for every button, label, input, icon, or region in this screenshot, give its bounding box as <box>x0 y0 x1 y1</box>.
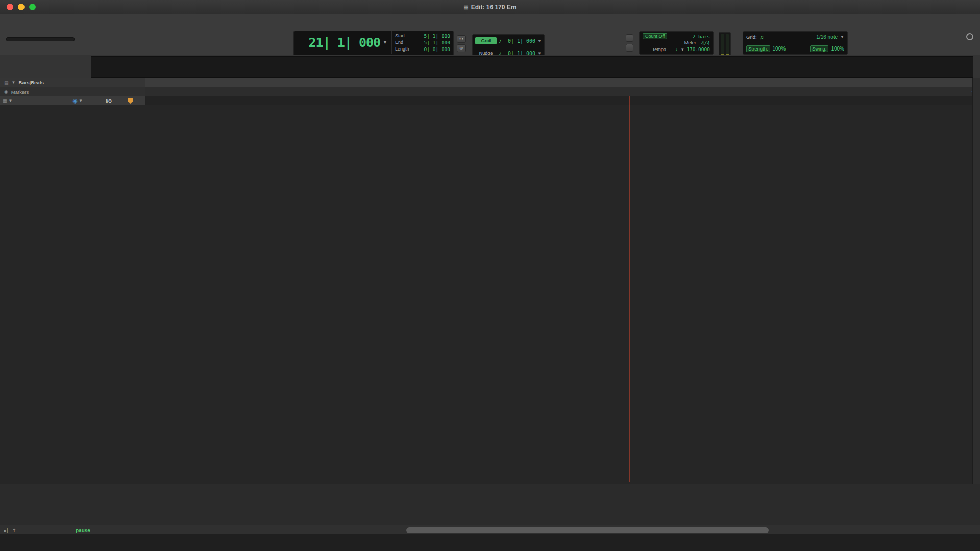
length-value[interactable]: 0| 0| 000 <box>424 46 450 53</box>
universe-overview[interactable] <box>91 56 973 78</box>
chevron-down-icon[interactable]: ▼ <box>9 98 13 103</box>
session-setup-panel: Count Off 2 bars Meter 4/4 Tempo ♩▼ 170.… <box>639 31 714 55</box>
pre-roll-button[interactable] <box>626 34 633 42</box>
target-icon[interactable]: ◎ <box>457 44 466 52</box>
end-value[interactable]: 5| 1| 000 <box>424 39 450 46</box>
edit-selection-display: Start5| 1| 000 End5| 1| 000 Length0| 0| … <box>391 31 453 54</box>
bottom-tab-bar <box>0 534 980 551</box>
tracks-area <box>0 105 980 484</box>
edit-mode-selector <box>6 37 75 41</box>
marker-ruler-icon[interactable]: ◉ <box>4 89 8 94</box>
markers-ruler-label[interactable]: Markers <box>11 89 29 95</box>
pro-tools-edit-window: ⊞Edit: 16 170 Em 21| 1| 000 ▼ Start5| 1|… <box>0 0 980 551</box>
chevron-down-icon[interactable]: ▼ <box>79 98 83 103</box>
track-list-header-row: ▦ ▼ ◉ ▼ I/O <box>0 96 980 105</box>
grid-settings-panel: Grid: ♬ 1/16 note ▼ Strength: 100% Swing… <box>743 31 848 55</box>
length-label: Length <box>395 46 409 53</box>
scroll-up-icon[interactable]: ↥ <box>12 528 16 533</box>
chevron-down-icon[interactable]: ▼ <box>383 40 387 45</box>
session-marker-line <box>629 96 630 482</box>
tempo-label[interactable]: Tempo <box>652 47 666 52</box>
strength-button[interactable]: Strength: <box>746 45 770 52</box>
markers-ruler[interactable]: ◉ Markers + <box>0 87 980 97</box>
grid-note-icon[interactable]: ♪ <box>499 38 502 44</box>
tempo-value[interactable]: 170.0000 <box>687 46 710 52</box>
marker-column-icon[interactable] <box>128 98 133 104</box>
post-roll-button[interactable] <box>626 44 633 52</box>
count-off-button[interactable]: Count Off <box>643 33 667 39</box>
grid-resolution-value[interactable]: 1/16 note <box>816 34 838 40</box>
link-icon[interactable]: ⊶ <box>457 35 466 43</box>
empty-tracks-area <box>0 484 980 525</box>
counter-side-buttons: ⊶ ◎ <box>457 35 466 52</box>
end-label: End <box>395 39 403 46</box>
track-list-grid-icon[interactable]: ▦ <box>3 98 7 104</box>
swing-value[interactable]: 100% <box>831 46 844 52</box>
scrollbar-thumb[interactable] <box>406 527 769 533</box>
main-counter[interactable]: 21| 1| 000 ▼ <box>294 31 391 54</box>
meter-label[interactable]: Meter <box>684 40 696 45</box>
start-value[interactable]: 5| 1| 000 <box>424 33 450 39</box>
edit-view-icon[interactable]: ◉ <box>72 97 78 104</box>
meter-value[interactable]: 4/4 <box>701 40 710 46</box>
document-icon: ⊞ <box>464 4 469 10</box>
start-label: Start <box>395 33 405 39</box>
pre-post-roll-buttons <box>626 34 633 52</box>
io-column-header[interactable]: I/O <box>91 98 127 104</box>
quarter-note-icon[interactable]: ♩▼ <box>675 46 684 52</box>
horizontal-scrollbar[interactable]: ▸| ↥ pause <box>0 525 980 535</box>
main-toolbar: 21| 1| 000 ▼ Start5| 1| 000 End5| 1| 000… <box>0 14 980 56</box>
track-list-header: ▦ ▼ ◉ ▼ I/O <box>0 96 146 106</box>
scroll-to-edit-icon[interactable]: ▸| <box>4 528 8 533</box>
grid-value[interactable]: 0| 1| 000 <box>504 38 536 44</box>
strength-value[interactable]: 100% <box>773 46 786 52</box>
bars-beats-ruler[interactable]: ▤ ▼ Bars|Beats <box>0 78 980 88</box>
swing-button[interactable]: Swing: <box>810 45 829 52</box>
ruler-label-zone: ◉ Markers <box>0 87 145 96</box>
chevron-down-icon[interactable]: ▼ <box>537 39 542 43</box>
playback-cursor-line[interactable] <box>314 87 314 482</box>
vertical-scrollbar-zone[interactable] <box>972 78 980 525</box>
pause-status-text: pause <box>76 528 90 533</box>
ruler-label-zone: ▤ ▼ Bars|Beats <box>0 78 145 87</box>
chevron-down-icon[interactable]: ▼ <box>840 35 844 39</box>
window-title: ⊞Edit: 16 170 Em <box>0 4 980 11</box>
ruler-list-icon[interactable]: ▤ <box>4 80 9 85</box>
sixteenth-note-icon[interactable]: ♬ <box>760 34 766 41</box>
chevron-down-icon[interactable]: ▼ <box>12 80 16 85</box>
count-off-value[interactable]: 2 bars <box>693 34 710 39</box>
bars-beats-ruler-label[interactable]: Bars|Beats <box>18 80 44 85</box>
grid-settings-label: Grid: <box>746 34 757 40</box>
title-bar: ⊞Edit: 16 170 Em <box>0 0 980 14</box>
universe-strip <box>0 55 980 78</box>
main-counter-value[interactable]: 21| 1| 000 <box>309 35 381 50</box>
grid-toggle-button[interactable]: Grid <box>475 37 497 44</box>
toolbar-focus-icon[interactable] <box>966 33 973 40</box>
